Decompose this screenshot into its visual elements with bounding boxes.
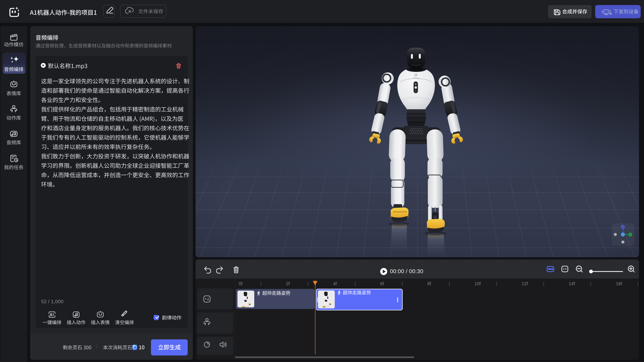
- svg-text:Y: Y: [622, 233, 624, 236]
- svg-text:Z: Z: [622, 226, 624, 228]
- svg-text:X: X: [630, 233, 631, 236]
